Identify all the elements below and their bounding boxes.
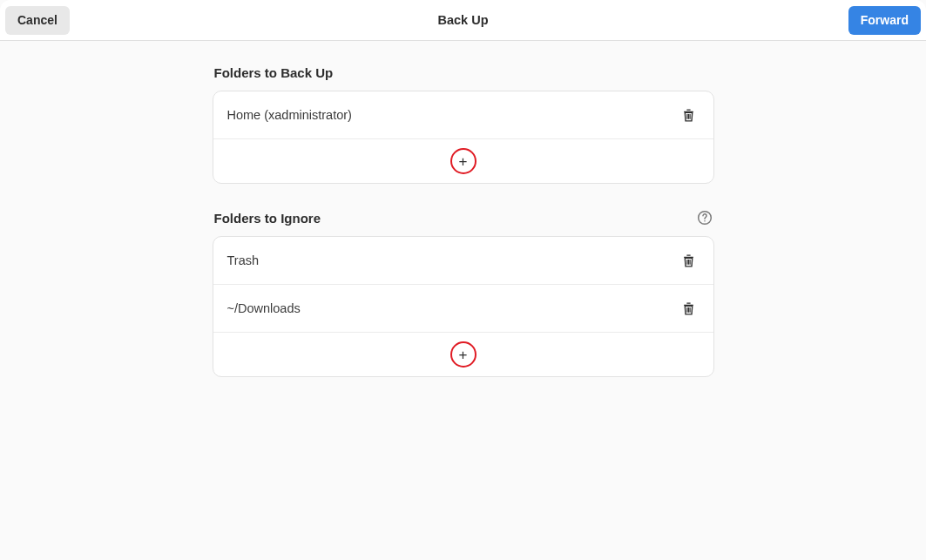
- folder-label: ~/Downloads: [227, 301, 301, 315]
- add-ignore-folder-button[interactable]: +: [450, 341, 477, 368]
- add-row: +: [213, 333, 713, 376]
- cancel-button[interactable]: Cancel: [5, 6, 70, 35]
- section-header: Folders to Back Up: [213, 65, 714, 80]
- folders-to-ignore-section: Folders to Ignore Trash: [213, 210, 714, 377]
- folder-label: Home (xadministrator): [227, 108, 352, 122]
- forward-button[interactable]: Forward: [848, 6, 921, 35]
- trash-icon: [681, 108, 696, 123]
- add-backup-folder-button[interactable]: +: [450, 148, 477, 174]
- list-item[interactable]: Home (xadministrator): [213, 91, 713, 139]
- backup-folders-list: Home (xadministrator) +: [213, 91, 714, 184]
- section-title: Folders to Ignore: [214, 211, 321, 226]
- remove-folder-button[interactable]: [678, 250, 700, 272]
- headerbar: Cancel Back Up Forward: [0, 0, 926, 41]
- svg-point-1: [704, 220, 706, 222]
- page-title: Back Up: [0, 13, 926, 27]
- ignore-folders-list: Trash ~/Downloads: [213, 236, 714, 377]
- trash-icon: [681, 301, 696, 316]
- folder-label: Trash: [227, 253, 260, 267]
- add-row: +: [213, 139, 713, 183]
- folders-to-backup-section: Folders to Back Up Home (xadministrator)…: [213, 65, 714, 184]
- list-item[interactable]: ~/Downloads: [213, 285, 713, 333]
- remove-folder-button[interactable]: [678, 105, 700, 126]
- help-icon[interactable]: [697, 210, 713, 226]
- plus-icon: +: [459, 154, 468, 169]
- trash-icon: [681, 253, 696, 268]
- section-header: Folders to Ignore: [213, 210, 714, 226]
- remove-folder-button[interactable]: [678, 298, 700, 320]
- content-area: Folders to Back Up Home (xadministrator)…: [0, 41, 926, 403]
- list-item[interactable]: Trash: [213, 237, 713, 285]
- plus-icon: +: [459, 347, 468, 362]
- section-title: Folders to Back Up: [214, 65, 334, 80]
